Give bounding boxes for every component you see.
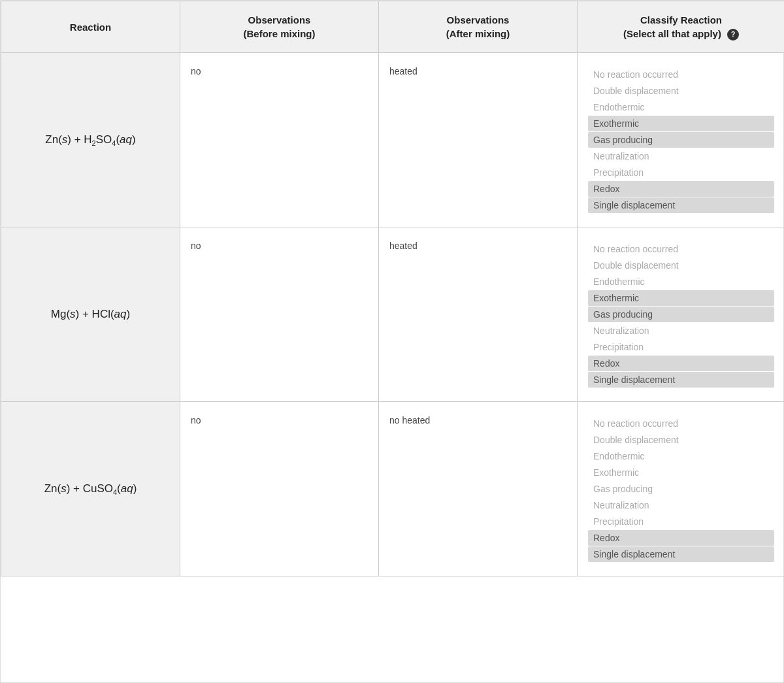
classify-item-2-0[interactable]: No reaction occurred: [588, 416, 774, 431]
reaction-cell-0: Zn(s) + H2SO4(aq): [1, 53, 180, 227]
reaction-table: Reaction Observations (Before mixing) Ob…: [1, 1, 784, 576]
after-text-1: heated: [389, 241, 417, 251]
before-text-1: no: [191, 241, 201, 251]
header-after: Observations (After mixing): [379, 1, 578, 53]
reaction-cell-2: Zn(s) + CuSO4(aq): [1, 402, 180, 576]
classify-item-0-3[interactable]: Exothermic: [588, 116, 774, 131]
classify-item-1-3[interactable]: Exothermic: [588, 290, 774, 306]
classify-item-0-6[interactable]: Precipitation: [588, 165, 774, 180]
table-header-row: Reaction Observations (Before mixing) Ob…: [1, 1, 785, 53]
after-cell-0: heated: [379, 53, 578, 227]
header-before-line2: (Before mixing): [191, 27, 368, 41]
classify-item-1-6[interactable]: Precipitation: [588, 339, 774, 355]
classify-item-0-1[interactable]: Double displacement: [588, 83, 774, 99]
classify-item-1-5[interactable]: Neutralization: [588, 323, 774, 339]
table-row: Zn(s) + H2SO4(aq)noheatedNo reaction occ…: [1, 53, 785, 227]
classify-list-2: No reaction occurredDouble displacementE…: [588, 416, 774, 562]
reaction-formula-1: Mg(s) + HCl(aq): [51, 308, 130, 320]
header-reaction: Reaction: [1, 1, 180, 53]
after-text-0: heated: [389, 66, 417, 76]
classify-item-2-6[interactable]: Precipitation: [588, 514, 774, 529]
header-after-line1: Observations: [389, 13, 566, 27]
classify-item-0-0[interactable]: No reaction occurred: [588, 67, 774, 82]
classify-item-1-8[interactable]: Single displacement: [588, 372, 774, 388]
reaction-formula-0: Zn(s) + H2SO4(aq): [45, 133, 135, 146]
classify-item-0-4[interactable]: Gas producing: [588, 132, 774, 148]
header-before: Observations (Before mixing): [180, 1, 379, 53]
after-text-2: no heated: [389, 415, 430, 425]
table-row: Zn(s) + CuSO4(aq)nono heatedNo reaction …: [1, 402, 785, 576]
classify-item-2-3[interactable]: Exothermic: [588, 465, 774, 480]
classify-list-1: No reaction occurredDouble displacementE…: [588, 241, 774, 388]
main-table-container: Reaction Observations (Before mixing) Ob…: [0, 0, 784, 683]
classify-item-2-7[interactable]: Redox: [588, 530, 774, 546]
before-cell-1: no: [180, 227, 379, 402]
after-cell-2: no heated: [379, 402, 578, 576]
reaction-cell-1: Mg(s) + HCl(aq): [1, 227, 180, 402]
classify-item-1-4[interactable]: Gas producing: [588, 307, 774, 322]
classify-item-2-4[interactable]: Gas producing: [588, 481, 774, 497]
classify-cell-2: No reaction occurredDouble displacementE…: [578, 402, 785, 576]
classify-cell-0: No reaction occurredDouble displacementE…: [578, 53, 785, 227]
classify-item-2-1[interactable]: Double displacement: [588, 432, 774, 448]
classify-help-icon[interactable]: ?: [727, 29, 739, 41]
header-classify-line2: (Select all that apply) ?: [588, 27, 774, 41]
before-text-0: no: [191, 66, 201, 76]
classify-cell-1: No reaction occurredDouble displacementE…: [578, 227, 785, 402]
reaction-formula-2: Zn(s) + CuSO4(aq): [44, 482, 137, 495]
classify-item-1-0[interactable]: No reaction occurred: [588, 241, 774, 257]
classify-item-2-2[interactable]: Endothermic: [588, 448, 774, 464]
before-text-2: no: [191, 415, 201, 425]
header-before-line1: Observations: [191, 13, 368, 27]
classify-item-2-5[interactable]: Neutralization: [588, 497, 774, 513]
before-cell-2: no: [180, 402, 379, 576]
classify-list-0: No reaction occurredDouble displacementE…: [588, 67, 774, 213]
classify-item-0-2[interactable]: Endothermic: [588, 99, 774, 115]
classify-item-0-7[interactable]: Redox: [588, 181, 774, 197]
classify-item-1-7[interactable]: Redox: [588, 356, 774, 371]
header-after-line2: (After mixing): [389, 27, 566, 41]
header-classify-line1: Classify Reaction: [588, 13, 774, 27]
classify-item-0-5[interactable]: Neutralization: [588, 148, 774, 164]
classify-item-1-1[interactable]: Double displacement: [588, 258, 774, 273]
table-body: Zn(s) + H2SO4(aq)noheatedNo reaction occ…: [1, 53, 785, 576]
classify-item-0-8[interactable]: Single displacement: [588, 197, 774, 213]
header-reaction-label: Reaction: [70, 22, 111, 33]
header-classify: Classify Reaction (Select all that apply…: [578, 1, 785, 53]
before-cell-0: no: [180, 53, 379, 227]
table-row: Mg(s) + HCl(aq)noheatedNo reaction occur…: [1, 227, 785, 402]
classify-item-1-2[interactable]: Endothermic: [588, 274, 774, 290]
after-cell-1: heated: [379, 227, 578, 402]
classify-item-2-8[interactable]: Single displacement: [588, 546, 774, 562]
